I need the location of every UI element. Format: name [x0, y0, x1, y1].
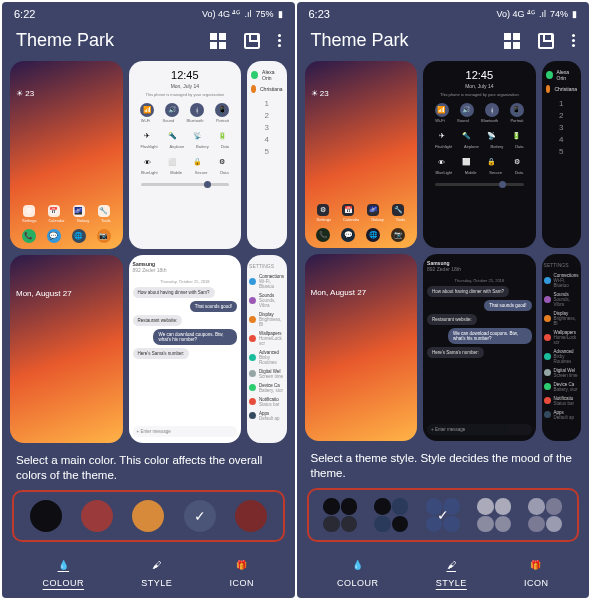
tab-style[interactable]: 🖌STYLE: [141, 556, 172, 588]
tab-colour[interactable]: 💧COLOUR: [337, 556, 379, 588]
battery-icon: ▮: [572, 9, 577, 19]
swatch-4-selected[interactable]: [184, 500, 216, 532]
tab-colour[interactable]: 💧COLOUR: [43, 556, 85, 588]
preview-lock[interactable]: Mon, August 27: [305, 254, 418, 441]
style-swatch-3-selected[interactable]: [426, 498, 460, 532]
gift-icon: 🎁: [527, 556, 545, 574]
phone-left: 6:22 Vo) 4G ⁴ᴳ .ıl 75% ▮ Theme Park ☀ 23…: [2, 2, 295, 598]
instruction-text: Select a theme style. Style decides the …: [297, 441, 590, 488]
save-icon[interactable]: [538, 33, 554, 49]
instruction-text: Select a main color. This color affects …: [2, 443, 295, 490]
more-icon[interactable]: [278, 34, 281, 47]
bottom-tabs: 💧COLOUR 🖌STYLE 🎁ICON: [297, 542, 590, 598]
style-swatch-5[interactable]: [528, 498, 562, 532]
swatch-5[interactable]: [235, 500, 267, 532]
preview-dialer-light[interactable]: Alexa Orin Christiana 12345: [247, 61, 286, 249]
grid-icon[interactable]: [504, 33, 520, 49]
save-icon[interactable]: [244, 33, 260, 49]
preview-lock[interactable]: Mon, August 27: [10, 255, 123, 443]
theme-previews: ☀ 23 ⚙📅🌌🔧 SettingsCalendarGalaxyTools 📞💬…: [297, 61, 590, 441]
more-icon[interactable]: [572, 34, 575, 47]
swatch-3[interactable]: [132, 500, 164, 532]
battery-icon: ▮: [278, 9, 283, 19]
swatch-1[interactable]: [30, 500, 62, 532]
preview-quicksettings-dark[interactable]: 12:45 Mon, July 14 This phone is managed…: [423, 61, 536, 248]
status-time: 6:23: [309, 8, 330, 20]
style-swatches: [307, 488, 580, 542]
status-right: Vo) 4G ⁴ᴳ .ıl 74% ▮: [496, 8, 577, 20]
preview-dialer-dark[interactable]: Alexa Orin Christiana 12345: [542, 61, 581, 248]
tab-style[interactable]: 🖌STYLE: [436, 556, 467, 588]
app-title: Theme Park: [311, 30, 409, 51]
preview-quicksettings-light[interactable]: 12:45 Mon, July 14 This phone is managed…: [129, 61, 242, 249]
brush-icon: 🖌: [148, 556, 166, 574]
tab-icon[interactable]: 🎁ICON: [229, 556, 254, 588]
preview-settings-dark[interactable]: SETTINGS ConnectionsWi-Fi, Bluetoo Sound…: [542, 254, 581, 441]
gift-icon: 🎁: [233, 556, 251, 574]
phone-right: 6:23 Vo) 4G ⁴ᴳ .ıl 74% ▮ Theme Park ☀ 23…: [297, 2, 590, 598]
status-right: Vo) 4G ⁴ᴳ .ıl 75% ▮: [202, 8, 283, 20]
style-swatch-1[interactable]: [323, 498, 357, 532]
preview-messages-light[interactable]: Samsung892 Zeder 18th Thursday, October …: [129, 255, 242, 443]
preview-settings-light[interactable]: SETTINGS ConnectionsWi-Fi, Bluetoo Sound…: [247, 255, 286, 443]
grid-icon[interactable]: [210, 33, 226, 49]
status-time: 6:22: [14, 8, 35, 20]
style-swatch-4[interactable]: [477, 498, 511, 532]
app-header: Theme Park: [2, 22, 295, 61]
brush-icon: 🖌: [442, 556, 460, 574]
droplet-icon: 💧: [349, 556, 367, 574]
app-title: Theme Park: [16, 30, 114, 51]
preview-home[interactable]: ☀ 23 ⚙📅🌌🔧 SettingsCalendarGalaxyTools 📞💬…: [10, 61, 123, 249]
preview-messages-dark[interactable]: Samsung892 Zeder 18th Thursday, October …: [423, 254, 536, 441]
style-swatch-2[interactable]: [374, 498, 408, 532]
color-swatches: [12, 490, 285, 542]
status-bar: 6:22 Vo) 4G ⁴ᴳ .ıl 75% ▮: [2, 2, 295, 22]
status-bar: 6:23 Vo) 4G ⁴ᴳ .ıl 74% ▮: [297, 2, 590, 22]
bottom-tabs: 💧COLOUR 🖌STYLE 🎁ICON: [2, 542, 295, 598]
droplet-icon: 💧: [54, 556, 72, 574]
app-header: Theme Park: [297, 22, 590, 61]
preview-home[interactable]: ☀ 23 ⚙📅🌌🔧 SettingsCalendarGalaxyTools 📞💬…: [305, 61, 418, 248]
theme-previews: ☀ 23 ⚙📅🌌🔧 SettingsCalendarGalaxyTools 📞💬…: [2, 61, 295, 443]
swatch-2[interactable]: [81, 500, 113, 532]
tab-icon[interactable]: 🎁ICON: [524, 556, 549, 588]
